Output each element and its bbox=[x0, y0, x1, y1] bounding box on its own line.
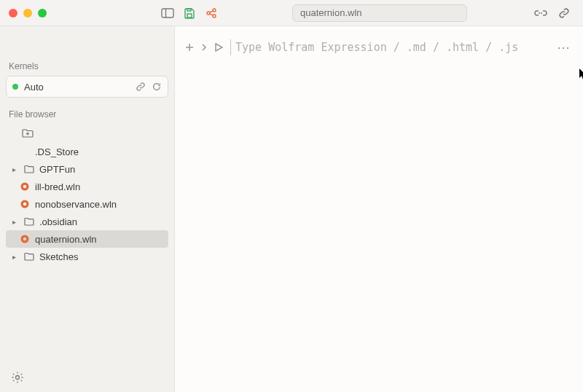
titlebar-right bbox=[533, 6, 574, 20]
cell-input[interactable]: Type Wolfram Expression / .md / .html / … bbox=[230, 39, 549, 55]
link-secondary-button[interactable] bbox=[533, 6, 548, 20]
folder-item-obsidian[interactable]: ▸ .obsidian bbox=[6, 213, 168, 230]
file-label: .DS_Store bbox=[35, 146, 79, 157]
toggle-sidebar-button[interactable] bbox=[160, 6, 175, 20]
folder-icon bbox=[23, 216, 35, 227]
folder-icon bbox=[23, 251, 35, 262]
filename-text: quaternion.wln bbox=[300, 7, 362, 18]
svg-point-6 bbox=[213, 15, 216, 17]
file-item-nonobservance[interactable]: nonobservance.wln bbox=[6, 195, 168, 213]
kernel-link-icon[interactable] bbox=[136, 82, 146, 92]
kernels-section-title: Kernels bbox=[0, 58, 174, 76]
folder-item-sketches[interactable]: ▸ Sketches bbox=[6, 248, 168, 265]
sidebar-footer bbox=[0, 363, 174, 392]
file-browser-section-title: File browser bbox=[0, 106, 174, 124]
save-button[interactable] bbox=[182, 6, 197, 20]
chevron-right-icon: ▸ bbox=[9, 253, 19, 261]
folder-label: Sketches bbox=[39, 251, 78, 262]
kernel-name: Auto bbox=[24, 82, 130, 93]
wln-icon bbox=[19, 233, 31, 245]
svg-rect-3 bbox=[187, 9, 191, 11]
file-label: ill-bred.wln bbox=[35, 181, 80, 192]
cell-placeholder: Type Wolfram Expression / .md / .html / … bbox=[235, 41, 518, 54]
svg-rect-0 bbox=[162, 9, 173, 17]
run-cell-button[interactable] bbox=[214, 43, 223, 52]
cell-row: Type Wolfram Expression / .md / .html / … bbox=[175, 36, 583, 58]
svg-rect-2 bbox=[187, 14, 192, 17]
file-item-quaternion[interactable]: quaternion.wln bbox=[6, 230, 168, 248]
filename-pill[interactable]: quaternion.wln bbox=[292, 4, 467, 22]
titlebar-left bbox=[9, 6, 175, 20]
svg-point-16 bbox=[23, 238, 26, 240]
expand-cell-button[interactable] bbox=[201, 44, 207, 51]
kernel-restart-icon[interactable] bbox=[152, 82, 162, 92]
svg-point-4 bbox=[207, 12, 210, 15]
file-item-illbred[interactable]: ill-bred.wln bbox=[6, 178, 168, 195]
window-close-button[interactable] bbox=[9, 9, 17, 17]
titlebar: quaternion.wln bbox=[0, 0, 583, 26]
folder-label: .obsidian bbox=[39, 216, 77, 227]
editor-area: Type Wolfram Expression / .md / .html / … bbox=[175, 26, 583, 392]
folder-label: GPTFun bbox=[39, 164, 75, 175]
kernel-row[interactable]: Auto bbox=[6, 76, 168, 98]
new-folder-button[interactable] bbox=[6, 125, 168, 143]
kernel-status-indicator bbox=[12, 84, 18, 90]
svg-point-12 bbox=[23, 185, 26, 188]
link-button[interactable] bbox=[557, 6, 571, 20]
traffic-lights bbox=[9, 9, 47, 17]
file-browser-list: .DS_Store ▸ GPTFun ill-bred.wln bbox=[0, 124, 174, 271]
window-minimize-button[interactable] bbox=[23, 9, 32, 17]
sidebar-content: Kernels Auto bbox=[0, 26, 174, 363]
file-item-dsstore[interactable]: .DS_Store bbox=[6, 143, 168, 160]
svg-point-5 bbox=[213, 9, 216, 12]
share-button[interactable] bbox=[204, 6, 219, 20]
blank-icon bbox=[19, 146, 31, 157]
folder-icon bbox=[23, 163, 35, 175]
mouse-cursor-icon bbox=[579, 68, 583, 80]
window-maximize-button[interactable] bbox=[38, 9, 47, 17]
svg-point-14 bbox=[23, 203, 26, 205]
svg-point-17 bbox=[16, 376, 20, 380]
file-label: quaternion.wln bbox=[35, 234, 97, 245]
chevron-right-icon: ▸ bbox=[9, 165, 19, 173]
main: Kernels Auto bbox=[0, 26, 583, 392]
add-cell-button[interactable] bbox=[185, 43, 194, 52]
sidebar: Kernels Auto bbox=[0, 26, 175, 392]
wln-icon bbox=[19, 198, 31, 210]
chevron-right-icon: ▸ bbox=[9, 218, 19, 226]
svg-line-7 bbox=[210, 10, 214, 12]
titlebar-center: quaternion.wln bbox=[175, 4, 533, 22]
settings-button[interactable] bbox=[10, 370, 25, 385]
cell-more-button[interactable]: ⋯ bbox=[557, 39, 573, 55]
wln-icon bbox=[19, 181, 31, 192]
folder-item-gptfun[interactable]: ▸ GPTFun bbox=[6, 160, 168, 178]
cell-gutter bbox=[185, 43, 223, 52]
svg-marker-20 bbox=[216, 44, 222, 51]
svg-line-8 bbox=[210, 13, 214, 15]
file-label: nonobservance.wln bbox=[35, 199, 117, 210]
